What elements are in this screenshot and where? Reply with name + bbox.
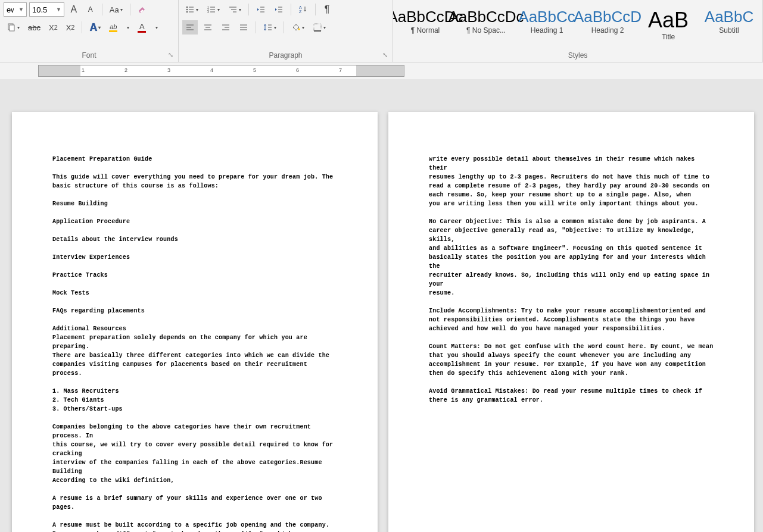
style-preview: AaBbC xyxy=(705,8,753,26)
style-gallery[interactable]: AaBbCcDc¶ NormalAaBbCcDc¶ No Spac...AaBb… xyxy=(393,5,761,45)
svg-text:A: A xyxy=(299,5,302,10)
highlight-caret[interactable]: ▾ xyxy=(123,20,132,35)
dialog-launcher-icon[interactable]: ⤡ xyxy=(381,51,389,60)
style-name: Title xyxy=(641,33,695,41)
numbering-icon: 123 xyxy=(207,5,216,14)
dialog-launcher-icon[interactable]: ⤡ xyxy=(166,51,175,60)
text-effects-button[interactable]: A▾ xyxy=(86,20,104,35)
svg-point-3 xyxy=(186,9,188,10)
paragraph-group-label: Paragraph ⤡ xyxy=(179,50,393,62)
clear-formatting-button[interactable] xyxy=(135,2,150,17)
styles-group-label: Styles xyxy=(393,50,762,62)
subscript-button[interactable]: X2 xyxy=(46,20,61,35)
decrease-indent-button[interactable] xyxy=(253,2,269,17)
svg-rect-41 xyxy=(314,24,321,31)
style-name: Heading 1 xyxy=(520,26,574,35)
bullets-button[interactable]: ▾ xyxy=(182,2,201,17)
highlight-button[interactable]: ab xyxy=(106,20,120,35)
svg-point-2 xyxy=(186,7,188,8)
line-spacing-icon xyxy=(263,23,273,32)
multilevel-button[interactable]: ▾ xyxy=(225,2,244,17)
multilevel-icon xyxy=(228,5,238,14)
font-size-combo[interactable]: ▼ xyxy=(29,2,64,17)
font-size-input[interactable] xyxy=(30,5,54,14)
eraser-icon xyxy=(138,5,147,14)
svg-rect-1 xyxy=(10,25,14,31)
style-heading-2[interactable]: AaBbCcDHeading 2 xyxy=(578,5,637,45)
style-name: ¶ No Spac... xyxy=(459,26,513,35)
indent-icon xyxy=(274,5,284,14)
svg-text:Z: Z xyxy=(299,10,302,14)
change-case-button[interactable]: Aa▾ xyxy=(107,2,126,17)
align-right-icon xyxy=(221,23,231,32)
ribbon: ▼ ▼ A A Aa▾ xyxy=(0,0,763,62)
font-name-input[interactable] xyxy=(4,5,16,14)
font-color-button[interactable]: A xyxy=(135,20,149,35)
increase-indent-button[interactable] xyxy=(271,2,286,17)
style--normal[interactable]: AaBbCcDc¶ Normal xyxy=(395,5,455,45)
format-painter-button[interactable]: ▾ xyxy=(4,20,23,35)
line-spacing-button[interactable]: ▾ xyxy=(260,20,279,35)
show-marks-button[interactable]: ¶ xyxy=(320,2,334,17)
copy-icon xyxy=(7,23,16,32)
outdent-icon xyxy=(256,5,266,14)
style-name: Heading 2 xyxy=(581,26,634,35)
align-center-button[interactable] xyxy=(200,20,216,35)
style-name: ¶ Normal xyxy=(398,26,452,35)
justify-button[interactable] xyxy=(236,20,251,35)
shading-button[interactable]: ▾ xyxy=(288,20,307,35)
borders-icon xyxy=(313,23,322,32)
font-name-combo[interactable]: ▼ xyxy=(4,2,27,17)
style-title[interactable]: AaBTitle xyxy=(639,5,698,45)
borders-button[interactable]: ▾ xyxy=(310,20,329,35)
font-group-label: Font ⤡ xyxy=(0,50,178,62)
align-left-icon xyxy=(185,23,195,32)
justify-icon xyxy=(239,23,248,32)
bucket-icon xyxy=(291,23,301,32)
style-heading-1[interactable]: AaBbCcHeading 1 xyxy=(517,5,577,45)
align-center-icon xyxy=(203,23,213,32)
align-right-button[interactable] xyxy=(218,20,233,35)
svg-point-4 xyxy=(186,11,188,12)
sort-icon: AZ xyxy=(298,5,308,14)
shrink-font-button[interactable]: A xyxy=(83,2,98,17)
ruler[interactable]: 1234567 xyxy=(0,62,763,79)
style-preview: AaBbCc xyxy=(518,8,575,26)
svg-text:3: 3 xyxy=(207,10,209,14)
font-group: ▼ ▼ A A Aa▾ xyxy=(0,0,179,62)
chevron-down-icon: ▼ xyxy=(54,7,64,12)
paragraph-group: ▾ 123▾ ▾ AZ ¶ ▾ xyxy=(179,0,393,62)
chevron-down-icon: ▼ xyxy=(16,7,26,12)
font-color-caret[interactable]: ▾ xyxy=(151,20,161,35)
sort-button[interactable]: AZ xyxy=(295,2,311,17)
numbering-button[interactable]: 123▾ xyxy=(204,2,223,17)
align-left-button[interactable] xyxy=(182,20,198,35)
styles-group: AaBbCcDc¶ NormalAaBbCcDc¶ No Spac...AaBb… xyxy=(393,0,763,62)
superscript-button[interactable]: X2 xyxy=(63,20,78,35)
strikethrough-button[interactable]: abc xyxy=(25,20,43,35)
style--no-spac-[interactable]: AaBbCcDc¶ No Spac... xyxy=(456,5,516,45)
svg-point-40 xyxy=(298,29,300,30)
style-preview: AaB xyxy=(648,8,689,33)
style-name: Subtitl xyxy=(702,26,756,35)
style-preview: AaBbCcDc xyxy=(448,8,524,26)
grow-font-button[interactable]: A xyxy=(67,2,81,17)
style-subtitl[interactable]: AaBbCSubtitl xyxy=(699,5,759,45)
bullets-icon xyxy=(185,5,195,14)
style-preview: AaBbCcD xyxy=(574,8,641,26)
